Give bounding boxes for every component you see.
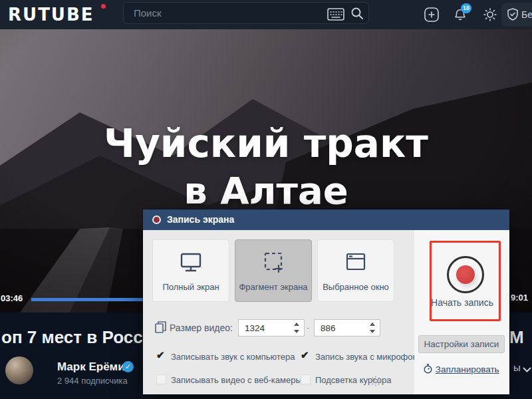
height-spin-buttons[interactable]: [370, 323, 376, 333]
safe-mode-label: Бе: [521, 9, 532, 20]
width-spin-buttons[interactable]: [294, 323, 300, 333]
theme-sun-icon[interactable]: [483, 8, 497, 24]
player-duration: 9:01: [511, 293, 528, 303]
chevron-down-icon[interactable]: [523, 364, 531, 376]
channel-avatar[interactable]: [5, 356, 33, 384]
record-button-label: Начать запись: [420, 297, 505, 308]
height-stepper[interactable]: [314, 319, 380, 336]
dialog-record-panel: Начать запись Настройки записи Запланиро…: [414, 230, 509, 394]
record-dot-icon: [152, 215, 161, 224]
mode-full-screen-button[interactable]: Полный экран: [152, 239, 229, 302]
dropdown-fragment: ы: [513, 362, 521, 373]
stopwatch-icon: [424, 364, 435, 376]
size-separator: -: [307, 323, 309, 332]
mode-screen-fragment-button[interactable]: Фрагмент экрана: [235, 239, 312, 302]
width-stepper[interactable]: [238, 319, 305, 336]
video-title-fragment-right: М: [509, 327, 524, 348]
cursor-settings-gear-icon[interactable]: [370, 375, 382, 390]
logo-dot-icon: [101, 4, 106, 9]
screen: RUTUBE Поиск 18: [0, 0, 532, 399]
keyboard-icon[interactable]: [327, 8, 344, 23]
window-icon: [318, 252, 394, 276]
dialog-titlebar[interactable]: Запись экрана – ✕: [143, 209, 509, 230]
video-size-label: Размер видео:: [170, 323, 233, 333]
search-icon[interactable]: [350, 7, 364, 23]
monitor-icon: [153, 252, 229, 276]
video-size-icon: [155, 321, 166, 336]
channel-name[interactable]: Марк Ерёмин: [57, 360, 132, 374]
schedule-row[interactable]: Запланировать: [418, 362, 505, 375]
fragment-selection-icon: [235, 252, 311, 276]
search-input[interactable]: Поиск: [134, 7, 162, 19]
player-current-time: 03:46: [1, 293, 23, 303]
checkbox-icon[interactable]: [301, 351, 311, 361]
verified-badge-icon: ✓: [122, 361, 134, 372]
video-overlay-title-line1: Чуйский тракт: [0, 121, 532, 166]
dialog-body: Полный экран Фрагмент экрана Выбранно: [143, 230, 509, 394]
notifications-badge: 18: [461, 3, 471, 13]
checkbox-icon[interactable]: [301, 374, 311, 384]
record-button-red-dot[interactable]: [456, 265, 475, 284]
checkbox-icon[interactable]: [156, 351, 166, 361]
shield-check-icon: [507, 8, 519, 21]
rutube-logo[interactable]: RUTUBE: [8, 5, 94, 25]
schedule-link[interactable]: Запланировать: [436, 364, 499, 374]
subscriber-count: 2 944 подписчика: [57, 376, 128, 386]
checkbox-icon[interactable]: [156, 374, 166, 384]
video-overlay-title-line2: в Алтае: [0, 169, 532, 212]
add-video-icon[interactable]: [424, 7, 440, 25]
top-header: RUTUBE Поиск 18: [0, 0, 532, 29]
recording-settings-button[interactable]: Настройки записи: [418, 335, 505, 353]
dialog-title: Запись экрана: [167, 214, 234, 225]
mode-selected-window-button[interactable]: Выбранное окно: [317, 239, 394, 302]
safe-mode-chip[interactable]: Бе: [501, 3, 532, 27]
screen-recording-dialog: Запись экрана – ✕ Полный экран: [143, 209, 509, 394]
notifications-bell-icon[interactable]: 18: [453, 7, 467, 25]
